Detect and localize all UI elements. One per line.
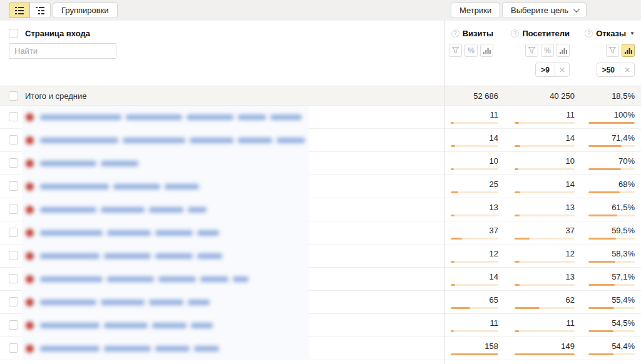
- row-checkbox[interactable]: [9, 135, 18, 144]
- bounce-bar: [588, 168, 635, 170]
- help-icon[interactable]: ?: [511, 29, 519, 38]
- table-row: 11 11 100%: [0, 106, 641, 129]
- close-icon[interactable]: ✕: [620, 63, 634, 76]
- groupings-button[interactable]: Группировки: [53, 3, 118, 18]
- row-checkbox[interactable]: [9, 297, 18, 306]
- sort-desc-icon[interactable]: ▼: [630, 31, 635, 36]
- visits-bar: [451, 261, 498, 263]
- totals-visits-value: 52 686: [473, 91, 498, 101]
- totals-label: Итого и средние: [25, 91, 86, 101]
- entry-page-link-blurred[interactable]: [22, 152, 309, 175]
- blurred-url-text: [22, 321, 213, 330]
- table-row: 14 13 57,1%: [0, 268, 641, 291]
- site-favicon-icon: [26, 206, 34, 214]
- blurred-url-text: [22, 298, 210, 306]
- entry-page-link-blurred[interactable]: [22, 245, 309, 268]
- totals-row: Итого и средние 52 686 40 250 18,5%: [0, 86, 641, 106]
- visits-bar: [451, 215, 498, 216]
- visits-chart-button[interactable]: [480, 44, 493, 57]
- bounce-bar: [588, 238, 635, 240]
- visits-filter-button[interactable]: [449, 44, 462, 57]
- row-checkbox[interactable]: [9, 343, 18, 353]
- visitors-bar: [515, 145, 575, 147]
- row-checkbox[interactable]: [9, 158, 18, 168]
- help-icon[interactable]: ?: [451, 29, 459, 38]
- bounce-bar: [588, 330, 635, 332]
- visitors-chart-button[interactable]: [556, 44, 570, 57]
- visitors-header-label[interactable]: Посетители: [522, 29, 570, 38]
- table-row: 65 62 55,4%: [0, 291, 641, 314]
- bounce-bar: [588, 215, 635, 216]
- table-rows: 11 11 100%: [0, 106, 641, 360]
- totals-checkbox[interactable]: [9, 91, 18, 101]
- visitors-bar: [515, 238, 575, 240]
- row-checkbox[interactable]: [9, 228, 18, 237]
- bounce-value: 61,5%: [612, 203, 635, 212]
- blurred-url-text: [22, 229, 219, 237]
- tree-list-icon: [36, 7, 44, 14]
- select-all-checkbox[interactable]: [9, 29, 18, 38]
- visitors-percent-button[interactable]: %: [541, 44, 554, 57]
- visits-value: 65: [490, 295, 498, 305]
- row-checkbox[interactable]: [9, 181, 18, 191]
- bounce-value: 57,1%: [612, 272, 635, 281]
- visitors-filter-value[interactable]: >9: [536, 63, 555, 76]
- visits-value: 13: [490, 203, 498, 212]
- bounce-chart-button-active[interactable]: [622, 44, 635, 57]
- entry-page-link-blurred[interactable]: [22, 268, 309, 291]
- bounce-filter-value[interactable]: >50: [597, 63, 620, 76]
- bounce-value: 100%: [614, 110, 635, 119]
- row-checkbox[interactable]: [9, 251, 18, 260]
- column-divider: [444, 21, 445, 364]
- visitors-value: 13: [566, 203, 575, 212]
- tree-view-button[interactable]: [29, 3, 51, 18]
- row-checkbox[interactable]: [9, 205, 18, 214]
- select-goal-dropdown[interactable]: Выберите цель: [502, 3, 587, 18]
- bounce-header-label[interactable]: Отказы: [596, 29, 626, 38]
- row-checkbox[interactable]: [9, 320, 18, 330]
- blurred-url-text: [22, 275, 249, 283]
- bounce-value: 54,5%: [612, 318, 635, 328]
- flat-list-view-button[interactable]: [9, 3, 30, 18]
- entry-page-link-blurred[interactable]: [22, 337, 309, 360]
- visitors-header: ? Посетители: [511, 28, 570, 38]
- visits-bar: [451, 168, 498, 170]
- visits-value: 14: [490, 133, 498, 143]
- entry-page-link-blurred[interactable]: [22, 106, 309, 129]
- visits-value: 37: [490, 226, 498, 235]
- search-input[interactable]: [9, 43, 116, 59]
- dimension-header-area: Страница входа: [0, 21, 444, 86]
- entry-page-link-blurred[interactable]: [22, 291, 309, 314]
- close-icon[interactable]: ✕: [555, 63, 569, 76]
- metric-column-visits: ? Визиты %: [444, 21, 500, 86]
- visits-value: 12: [490, 249, 498, 258]
- visits-value: 158: [485, 341, 498, 351]
- entry-page-link-blurred[interactable]: [22, 129, 309, 152]
- entry-page-link-blurred[interactable]: [22, 198, 309, 221]
- dimension-title: Страница входа: [25, 29, 90, 38]
- visitors-bar: [515, 215, 575, 216]
- metrics-button[interactable]: Метрики: [451, 3, 500, 18]
- bounce-bar: [588, 353, 635, 355]
- entry-page-link-blurred[interactable]: [22, 314, 309, 337]
- bounce-filter-button[interactable]: [606, 44, 619, 57]
- help-icon[interactable]: ?: [585, 29, 593, 38]
- site-favicon-icon: [26, 321, 34, 330]
- visits-header-label[interactable]: Визиты: [463, 29, 493, 38]
- entry-page-link-blurred[interactable]: [22, 175, 309, 198]
- row-checkbox[interactable]: [9, 274, 18, 283]
- visits-percent-button[interactable]: %: [464, 44, 478, 57]
- table-row: 37 37 59,5%: [0, 221, 641, 245]
- row-checkbox[interactable]: [9, 112, 18, 121]
- site-favicon-icon: [26, 113, 34, 121]
- visitors-bar: [515, 330, 575, 332]
- table-row: 25 14 68%: [0, 175, 641, 198]
- site-favicon-icon: [26, 298, 34, 306]
- blurred-url-text: [22, 113, 302, 121]
- bounce-value: 58,3%: [612, 249, 635, 258]
- site-favicon-icon: [26, 345, 34, 353]
- percent-icon: %: [468, 46, 474, 55]
- view-mode-toggle: [9, 3, 51, 18]
- visitors-filter-button[interactable]: [525, 44, 538, 57]
- entry-page-link-blurred[interactable]: [22, 221, 309, 245]
